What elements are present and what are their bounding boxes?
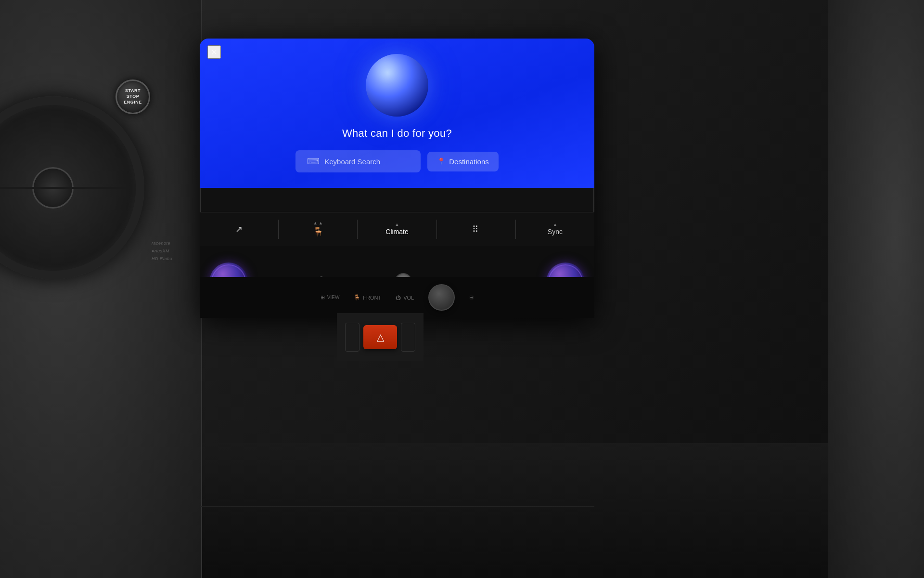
- heated-icon: 🪑: [313, 226, 323, 237]
- destinations-label: Destinations: [449, 158, 489, 166]
- gear-selector-left[interactable]: [345, 323, 359, 352]
- steering-wheel-area: STARTSTOPENGINE racenote ●riusXM HD Radi…: [0, 0, 202, 578]
- apps-tab[interactable]: ⠿: [437, 224, 515, 235]
- sync-chevron-icon: ▲: [553, 223, 557, 227]
- vol-label-area: ⏻ VOL: [396, 295, 414, 301]
- keyboard-search-button[interactable]: ⌨ Keyboard Search: [295, 150, 421, 172]
- nav-icon: ↗: [235, 224, 243, 235]
- view-label: ⊞ VIEW: [321, 294, 340, 301]
- close-button[interactable]: ×: [207, 45, 221, 59]
- media-icon: ⊟: [469, 294, 474, 301]
- apps-icon: ⠿: [472, 224, 480, 235]
- front-label-area: 🪑 FRONT: [354, 294, 381, 301]
- nav-tab[interactable]: ↗: [200, 224, 278, 235]
- destinations-button[interactable]: 📍 Destinations: [427, 152, 499, 171]
- keyboard-icon: ⌨: [307, 156, 320, 167]
- voice-assistant-overlay: × What can I do for you? ⌨ Keyboard Sear…: [200, 39, 594, 188]
- view-icon: ⊞: [321, 294, 325, 301]
- front-icon: 🪑: [354, 294, 360, 301]
- media-label: ⊟: [469, 294, 474, 301]
- power-icon: ⏻: [396, 295, 401, 301]
- hazard-icon: △: [377, 331, 384, 343]
- hazard-area: △: [337, 313, 424, 361]
- pin-icon: 📍: [437, 158, 445, 165]
- chevron-up-icon: ▲ ▲: [313, 221, 323, 225]
- climate-chevron-icon: ▲: [395, 223, 399, 227]
- brand-label-2: ●riusXM: [152, 249, 172, 253]
- infotainment-screen: × What can I do for you? ⌨ Keyboard Sear…: [200, 39, 594, 318]
- floor-area: [183, 443, 837, 578]
- volume-knob[interactable]: [428, 284, 455, 311]
- keyboard-search-label: Keyboard Search: [324, 158, 380, 166]
- bottom-physical-controls: ⊞ VIEW 🪑 FRONT ⏻ VOL ⊟: [200, 277, 594, 318]
- search-row: ⌨ Keyboard Search 📍 Destinations: [295, 150, 499, 172]
- brand-label-1: racenote: [152, 241, 172, 246]
- climate-label: Climate: [385, 228, 408, 236]
- hazard-button[interactable]: △: [363, 325, 397, 349]
- voice-prompt: What can I do for you?: [342, 127, 452, 140]
- screen-divider: [200, 506, 594, 507]
- brand-labels: racenote ●riusXM HD Radio: [152, 241, 172, 261]
- close-icon: ×: [211, 47, 217, 58]
- gear-selector-right[interactable]: [401, 323, 415, 352]
- climate-tab[interactable]: ▲ Climate: [358, 223, 436, 236]
- steering-wheel[interactable]: [0, 96, 144, 279]
- right-panel: [828, 0, 924, 578]
- front-label: FRONT: [363, 295, 381, 301]
- start-stop-button[interactable]: STARTSTOPENGINE: [116, 79, 150, 114]
- nav-controls-bar: ↗ ▲ ▲ 🪑 ▲ Climate ⠿ ▲ Sync: [200, 212, 594, 246]
- ai-orb: [366, 54, 428, 117]
- heated-seats-tab[interactable]: ▲ ▲ 🪑: [279, 221, 357, 237]
- brand-label-3: HD Radio: [152, 256, 172, 261]
- vol-label: VOL: [403, 295, 414, 301]
- start-stop-label: STARTSTOPENGINE: [124, 88, 142, 105]
- sync-label: Sync: [548, 228, 563, 236]
- sync-tab[interactable]: ▲ Sync: [516, 223, 594, 236]
